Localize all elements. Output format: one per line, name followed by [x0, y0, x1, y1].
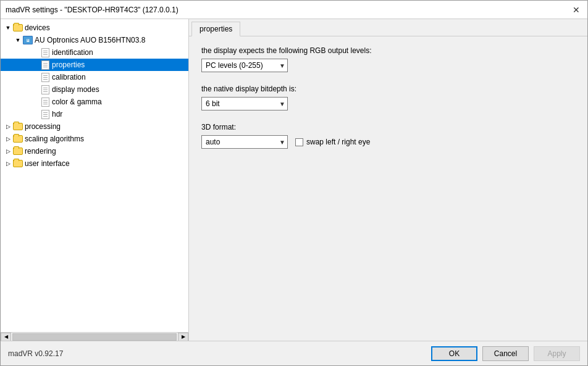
apply-button[interactable]: Apply — [534, 346, 580, 361]
page-icon-color-gamma — [40, 97, 50, 107]
scroll-thumb[interactable] — [12, 333, 177, 341]
format-dropdown-wrapper: auto side by side top/bottom frame seque… — [201, 135, 288, 149]
page-icon-properties — [40, 60, 50, 70]
bitdepth-dropdown[interactable]: 6 bit 8 bit 10 bit 12 bit — [201, 97, 288, 110]
bitdepth-label: the native display bitdepth is: — [201, 85, 575, 93]
rgb-dropdown[interactable]: PC levels (0-255) TV levels (16-235) — [201, 59, 288, 72]
folder-icon-scaling — [13, 134, 23, 144]
tree-item-identification[interactable]: ▷ identification — [1, 46, 188, 59]
expand-icon-scaling: ▷ — [3, 134, 13, 144]
tree-label-display-modes: display modes — [52, 85, 99, 94]
swap-eyes-text: swap left / right eye — [306, 138, 370, 146]
format-row: auto side by side top/bottom frame seque… — [201, 135, 575, 149]
tree-item-scaling-algorithms[interactable]: ▷ scaling algorithms — [1, 133, 188, 145]
tree-view[interactable]: ▼ devices ▼ 🖥 AU Optronics AUO B156HTN03… — [1, 19, 188, 332]
tree-item-processing[interactable]: ▷ processing — [1, 120, 188, 133]
folder-icon-user-interface — [13, 159, 23, 168]
tree-label-hdr: hdr — [52, 110, 62, 119]
format-section: 3D format: auto side by side top/bottom … — [201, 123, 575, 149]
expand-icon-user-interface: ▷ — [3, 159, 13, 168]
dialog-buttons: OK Cancel Apply — [431, 346, 580, 361]
bitdepth-dropdown-wrapper: 6 bit 8 bit 10 bit 12 bit ▼ — [201, 97, 288, 110]
tree-item-calibration[interactable]: ▷ calibration — [1, 71, 188, 83]
tree-label-au-optronics: AU Optronics AUO B156HTN03.8 — [35, 36, 145, 44]
page-icon-hdr — [40, 109, 50, 119]
swap-eyes-checkbox[interactable] — [295, 138, 303, 146]
folder-icon-processing — [13, 122, 23, 131]
expand-icon-au-optronics: ▼ — [13, 35, 23, 45]
tree-item-devices[interactable]: ▼ devices — [1, 22, 188, 34]
horizontal-scrollbar[interactable]: ◀ ▶ — [1, 332, 188, 341]
expand-icon-processing: ▷ — [3, 122, 13, 131]
cancel-button[interactable]: Cancel — [482, 346, 529, 361]
version-label: madVR v0.92.17 — [8, 349, 63, 358]
page-icon-calibration — [40, 72, 50, 82]
tree-label-processing: processing — [25, 122, 61, 131]
tree-label-user-interface: user interface — [25, 159, 70, 168]
left-panel: ▼ devices ▼ 🖥 AU Optronics AUO B156HTN03… — [1, 19, 189, 341]
close-button[interactable]: ✕ — [570, 4, 582, 16]
tree-item-au-optronics[interactable]: ▼ 🖥 AU Optronics AUO B156HTN03.8 — [1, 34, 188, 46]
tab-bar: properties — [189, 19, 587, 36]
title-bar: madVR settings - "DESKTOP-HR9T4C3" (127.… — [1, 1, 587, 19]
swap-eyes-label[interactable]: swap left / right eye — [295, 138, 370, 146]
scroll-left-button[interactable]: ◀ — [1, 333, 11, 341]
expand-icon-rendering: ▷ — [3, 146, 13, 156]
tree-label-scaling: scaling algorithms — [25, 135, 84, 143]
tree-item-user-interface[interactable]: ▷ user interface — [1, 157, 188, 170]
tree-label-properties: properties — [52, 60, 85, 69]
format-dropdown[interactable]: auto side by side top/bottom frame seque… — [201, 135, 288, 149]
rgb-dropdown-wrapper: PC levels (0-255) TV levels (16-235) ▼ — [201, 59, 288, 72]
monitor-icon: 🖥 — [23, 35, 33, 45]
window-title: madVR settings - "DESKTOP-HR9T4C3" (127.… — [6, 6, 178, 14]
tree-label-devices: devices — [25, 23, 50, 32]
folder-icon-devices — [13, 23, 23, 33]
tree-item-hdr[interactable]: ▷ hdr — [1, 108, 188, 120]
page-icon-identification — [40, 48, 50, 57]
main-content: ▼ devices ▼ 🖥 AU Optronics AUO B156HTN03… — [1, 19, 587, 341]
folder-icon-rendering — [13, 146, 23, 156]
panel-content: the display expects the following RGB ou… — [189, 36, 587, 341]
tree-item-display-modes[interactable]: ▷ display modes — [1, 83, 188, 96]
main-window: madVR settings - "DESKTOP-HR9T4C3" (127.… — [0, 0, 588, 366]
tree-item-properties[interactable]: ▷ properties — [1, 59, 188, 71]
ok-button[interactable]: OK — [431, 346, 477, 361]
bottom-bar: madVR v0.92.17 OK Cancel Apply — [1, 341, 587, 365]
tab-properties[interactable]: properties — [191, 22, 240, 36]
page-icon-display-modes — [40, 85, 50, 94]
tree-label-color-gamma: color & gamma — [52, 98, 102, 106]
rgb-section: the display expects the following RGB ou… — [201, 46, 575, 72]
tree-label-calibration: calibration — [52, 73, 86, 81]
format-label: 3D format: — [201, 123, 575, 131]
tree-item-rendering[interactable]: ▷ rendering — [1, 145, 188, 157]
expand-icon-devices: ▼ — [3, 23, 13, 33]
tree-label-rendering: rendering — [25, 147, 56, 156]
right-panel: properties the display expects the follo… — [189, 19, 587, 341]
rgb-label: the display expects the following RGB ou… — [201, 46, 575, 55]
scroll-right-button[interactable]: ▶ — [178, 333, 188, 341]
bitdepth-section: the native display bitdepth is: 6 bit 8 … — [201, 85, 575, 110]
tree-item-color-gamma[interactable]: ▷ color & gamma — [1, 96, 188, 108]
tree-label-identification: identification — [52, 48, 93, 57]
